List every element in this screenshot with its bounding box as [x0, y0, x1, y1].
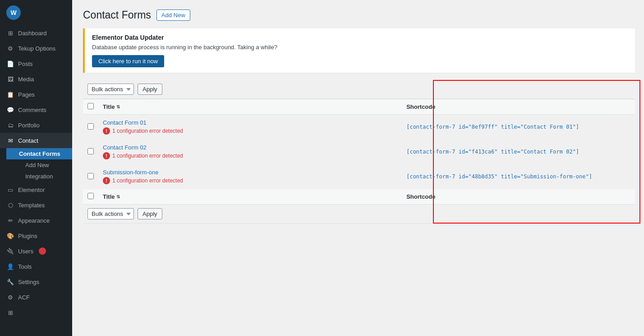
page-header: Contact Forms Add New: [83, 9, 635, 21]
sidebar-item-contact[interactable]: ✉ Contact: [0, 133, 72, 148]
sidebar-item-label: Dashboard: [18, 30, 47, 37]
media-icon: 🖼: [6, 75, 14, 83]
row-title-cell: Contact Form 02 ! 1 configuration error …: [98, 140, 402, 164]
title-col-label-footer: Title: [103, 193, 115, 200]
gear-icon: ⚙: [6, 44, 14, 52]
bottom-bulk-bar: Bulk actions Apply: [83, 205, 635, 224]
sidebar-item-posts[interactable]: 📄 Posts: [0, 56, 72, 71]
sort-icon-footer: ⇅: [116, 194, 120, 199]
contact-icon: ✉: [6, 136, 14, 145]
notice-box: Elementor Data Updater Database update p…: [83, 28, 635, 73]
add-new-button[interactable]: Add New: [156, 9, 190, 21]
table-wrapper: Bulk actions Apply Title ⇅ Shortco: [83, 80, 635, 224]
sidebar-item-label: Portfolio: [18, 122, 40, 129]
sidebar-item-add-new[interactable]: Add New: [13, 159, 72, 171]
sidebar-item-label: Users: [18, 248, 33, 255]
apply-button-bottom[interactable]: Apply: [138, 208, 162, 219]
sidebar-item-plugins[interactable]: 🔌 Users: [0, 243, 72, 259]
shortcode-cell[interactable]: [contact-form-7 id="8ef97ff" title="Cont…: [402, 115, 635, 140]
main-content: Contact Forms Add New Elementor Data Upd…: [72, 0, 644, 336]
sidebar-item-dashboard[interactable]: ⊞ Dashboard: [0, 25, 72, 41]
comments-icon: 💬: [6, 106, 14, 114]
sidebar-item-settings[interactable]: ⚙ ACF: [0, 289, 72, 305]
table-row: Contact Form 01 ! 1 configuration error …: [83, 115, 635, 140]
dashboard-icon: ⊞: [6, 29, 14, 37]
sidebar-item-tekup-options[interactable]: ⚙ Tekup Options: [0, 41, 72, 56]
page-title: Contact Forms: [83, 9, 151, 21]
error-icon: !: [103, 127, 110, 135]
sidebar-item-label: Comments: [18, 107, 46, 113]
row-title-cell: Contact Form 01 ! 1 configuration error …: [98, 115, 402, 140]
sidebar-item-portfolio[interactable]: 🗂 Portfolio: [0, 117, 72, 133]
table-row: Contact Form 02 ! 1 configuration error …: [83, 140, 635, 164]
sidebar-item-label: Settings: [18, 279, 39, 285]
sidebar-item-media[interactable]: 🖼 Media: [0, 71, 72, 87]
th-title: Title ⇅: [98, 99, 402, 115]
acf-icon: ⊞: [6, 308, 14, 317]
apply-button-top[interactable]: Apply: [138, 84, 162, 95]
select-all-checkbox-bottom[interactable]: [87, 193, 94, 199]
form-title-link[interactable]: Contact Form 01: [103, 119, 147, 126]
form-title-link[interactable]: Contact Form 02: [103, 144, 147, 151]
shortcode-cell[interactable]: [contact-form-7 id="f413ca6" title="Cont…: [402, 140, 635, 164]
sidebar-item-label: Templates: [18, 202, 45, 209]
row-title-cell: Submission-form-one ! 1 configuration er…: [98, 164, 402, 189]
select-all-checkbox[interactable]: [87, 103, 94, 109]
tf-shortcode: Shortcode: [402, 189, 635, 205]
shortcode-cell[interactable]: [contact-form-7 id="48b8d35" title="Subm…: [402, 164, 635, 189]
contact-submenu: Contact Forms Add New Integration: [0, 148, 72, 182]
sidebar-item-header-footer[interactable]: ▭ Elementor: [0, 182, 72, 197]
appearance-icon: 🎨: [6, 232, 14, 240]
sidebar-item-tools[interactable]: 🔧 Settings: [0, 274, 72, 289]
sidebar-item-acf[interactable]: ⊞: [0, 305, 72, 320]
table-footer-row: Title ⇅ Shortcode: [83, 189, 635, 205]
tf-title: Title ⇅: [98, 189, 402, 205]
table-row: Submission-form-one ! 1 configuration er…: [83, 164, 635, 189]
row-checkbox-cell: [83, 140, 98, 164]
sidebar-item-label: Pages: [18, 91, 35, 98]
sidebar-item-contact-forms[interactable]: Contact Forms: [6, 148, 72, 159]
sidebar-item-appearance[interactable]: 🎨 Plugins: [0, 228, 72, 243]
error-icon: !: [103, 152, 110, 159]
sidebar-item-elementor[interactable]: ⬡ Templates: [0, 197, 72, 213]
sidebar-item-label: Posts: [18, 61, 33, 67]
row-checkbox[interactable]: [87, 148, 94, 154]
sidebar-item-label: Media: [18, 76, 34, 83]
sidebar-item-integration[interactable]: Integration: [13, 171, 72, 182]
table-header-row: Title ⇅ Shortcode: [83, 99, 635, 115]
th-checkbox: [83, 99, 98, 115]
tf-checkbox: [83, 189, 98, 205]
run-now-button[interactable]: Click here to run it now: [92, 55, 164, 67]
error-row: ! 1 configuration error detected: [103, 127, 397, 135]
bulk-actions-select-top[interactable]: Bulk actions: [87, 84, 134, 95]
plugins-icon: 🔌: [6, 247, 14, 255]
templates-icon: ✏: [6, 216, 14, 224]
portfolio-icon: 🗂: [6, 121, 14, 129]
th-shortcode: Shortcode: [402, 99, 635, 115]
sidebar-item-label: Contact: [18, 137, 38, 144]
error-text: 1 configuration error detected: [112, 128, 183, 134]
row-checkbox[interactable]: [87, 123, 94, 130]
posts-icon: 📄: [6, 60, 14, 68]
error-row: ! 1 configuration error detected: [103, 177, 397, 184]
notice-description: Database update process is running in th…: [92, 44, 628, 51]
sidebar-item-comments[interactable]: 💬 Comments: [0, 102, 72, 117]
sidebar-item-label: Plugins: [18, 233, 37, 239]
sidebar-item-users[interactable]: 👤 Tools: [0, 259, 72, 274]
settings-icon: ⚙: [6, 293, 14, 301]
tools-icon: 🔧: [6, 278, 14, 286]
row-checkbox-cell: [83, 164, 98, 189]
sidebar-item-templates[interactable]: ✏ Appearance: [0, 213, 72, 228]
plugins-badge: [39, 247, 46, 255]
bulk-actions-select-bottom[interactable]: Bulk actions: [87, 208, 134, 219]
error-row: ! 1 configuration error detected: [103, 152, 397, 159]
sidebar-item-pages[interactable]: 📋 Pages: [0, 87, 72, 102]
form-title-link[interactable]: Submission-form-one: [103, 169, 159, 176]
error-text: 1 configuration error detected: [112, 177, 183, 184]
notice-title: Elementor Data Updater: [92, 34, 628, 41]
error-icon: !: [103, 177, 110, 184]
sort-icon: ⇅: [116, 104, 120, 109]
row-checkbox[interactable]: [87, 173, 94, 179]
sidebar-item-label: Tekup Options: [18, 45, 55, 52]
header-footer-icon: ▭: [6, 186, 14, 194]
